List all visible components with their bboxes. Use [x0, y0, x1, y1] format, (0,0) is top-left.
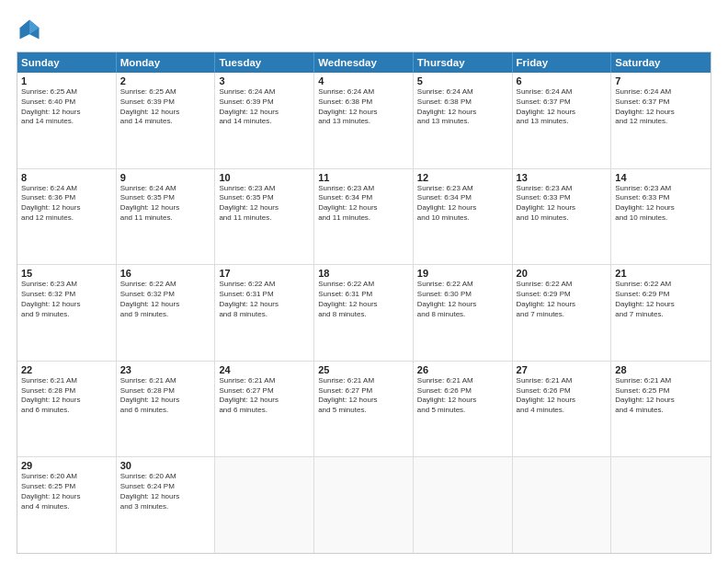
- cal-cell: 10Sunrise: 6:23 AMSunset: 6:35 PMDayligh…: [215, 169, 314, 265]
- day-number: 30: [120, 460, 211, 471]
- day-number: 19: [417, 268, 508, 279]
- cal-header-cell: Saturday: [611, 52, 711, 73]
- cal-header-cell: Monday: [117, 52, 216, 73]
- logo-icon: [17, 17, 42, 42]
- day-info: Sunrise: 6:22 AMSunset: 6:31 PMDaylight:…: [318, 280, 409, 319]
- day-number: 16: [120, 268, 211, 279]
- day-info: Sunrise: 6:23 AMSunset: 6:35 PMDaylight:…: [219, 184, 310, 224]
- day-info: Sunrise: 6:24 AMSunset: 6:37 PMDaylight:…: [615, 87, 707, 127]
- cal-cell: 22Sunrise: 6:21 AMSunset: 6:28 PMDayligh…: [17, 362, 117, 457]
- calendar-header-row: SundayMondayTuesdayWednesdayThursdayFrid…: [17, 52, 711, 73]
- day-info: Sunrise: 6:22 AMSunset: 6:29 PMDaylight:…: [517, 280, 608, 319]
- cal-cell: 6Sunrise: 6:24 AMSunset: 6:37 PMDaylight…: [513, 73, 612, 168]
- day-info: Sunrise: 6:24 AMSunset: 6:35 PMDaylight:…: [120, 184, 211, 224]
- day-number: 9: [120, 172, 211, 183]
- cal-cell: 30Sunrise: 6:20 AMSunset: 6:24 PMDayligh…: [117, 457, 216, 553]
- cal-cell: 28Sunrise: 6:21 AMSunset: 6:25 PMDayligh…: [611, 362, 711, 457]
- day-info: Sunrise: 6:24 AMSunset: 6:39 PMDaylight:…: [219, 87, 310, 127]
- cal-cell: 20Sunrise: 6:22 AMSunset: 6:29 PMDayligh…: [513, 265, 612, 361]
- day-info: Sunrise: 6:22 AMSunset: 6:30 PMDaylight:…: [417, 280, 508, 319]
- day-number: 1: [21, 75, 112, 86]
- cal-cell: [215, 457, 314, 553]
- cal-cell: 15Sunrise: 6:23 AMSunset: 6:32 PMDayligh…: [17, 265, 117, 361]
- cal-week: 29Sunrise: 6:20 AMSunset: 6:25 PMDayligh…: [17, 457, 711, 553]
- day-info: Sunrise: 6:23 AMSunset: 6:33 PMDaylight:…: [615, 184, 707, 224]
- page: SundayMondayTuesdayWednesdayThursdayFrid…: [0, 0, 728, 563]
- day-number: 7: [615, 75, 707, 86]
- day-number: 18: [318, 268, 409, 279]
- cal-cell: [611, 457, 711, 553]
- day-number: 27: [517, 364, 608, 375]
- day-number: 14: [615, 172, 707, 183]
- day-number: 4: [318, 75, 409, 86]
- day-number: 6: [517, 75, 608, 86]
- cal-cell: 25Sunrise: 6:21 AMSunset: 6:27 PMDayligh…: [314, 362, 414, 457]
- day-number: 25: [318, 364, 409, 375]
- day-number: 15: [21, 268, 112, 279]
- day-number: 11: [318, 172, 409, 183]
- cal-header-cell: Friday: [513, 52, 612, 73]
- day-number: 20: [517, 268, 608, 279]
- cal-cell: 16Sunrise: 6:22 AMSunset: 6:32 PMDayligh…: [117, 265, 216, 361]
- day-info: Sunrise: 6:23 AMSunset: 6:33 PMDaylight:…: [517, 184, 608, 224]
- cal-header-cell: Tuesday: [215, 52, 314, 73]
- cal-cell: 2Sunrise: 6:25 AMSunset: 6:39 PMDaylight…: [117, 73, 216, 168]
- day-number: 23: [120, 364, 211, 375]
- cal-cell: 18Sunrise: 6:22 AMSunset: 6:31 PMDayligh…: [314, 265, 414, 361]
- day-number: 26: [417, 364, 508, 375]
- day-number: 8: [21, 172, 112, 183]
- cal-cell: 8Sunrise: 6:24 AMSunset: 6:36 PMDaylight…: [17, 169, 117, 265]
- cal-cell: [513, 457, 612, 553]
- day-info: Sunrise: 6:24 AMSunset: 6:37 PMDaylight:…: [517, 87, 608, 127]
- day-number: 22: [21, 364, 112, 375]
- day-number: 17: [219, 268, 310, 279]
- day-info: Sunrise: 6:21 AMSunset: 6:25 PMDaylight:…: [615, 376, 707, 416]
- day-info: Sunrise: 6:20 AMSunset: 6:24 PMDaylight:…: [120, 472, 211, 511]
- cal-week: 1Sunrise: 6:25 AMSunset: 6:40 PMDaylight…: [17, 73, 711, 169]
- day-info: Sunrise: 6:25 AMSunset: 6:39 PMDaylight:…: [120, 87, 211, 127]
- cal-header-cell: Thursday: [414, 52, 513, 73]
- cal-week: 15Sunrise: 6:23 AMSunset: 6:32 PMDayligh…: [17, 265, 711, 362]
- calendar-body: 1Sunrise: 6:25 AMSunset: 6:40 PMDaylight…: [17, 73, 711, 553]
- cal-cell: 17Sunrise: 6:22 AMSunset: 6:31 PMDayligh…: [215, 265, 314, 361]
- calendar: SundayMondayTuesdayWednesdayThursdayFrid…: [17, 52, 711, 554]
- header: [17, 17, 711, 42]
- day-info: Sunrise: 6:25 AMSunset: 6:40 PMDaylight:…: [21, 87, 112, 127]
- cal-cell: 4Sunrise: 6:24 AMSunset: 6:38 PMDaylight…: [314, 73, 414, 168]
- cal-cell: 24Sunrise: 6:21 AMSunset: 6:27 PMDayligh…: [215, 362, 314, 457]
- day-number: 2: [120, 75, 211, 86]
- day-info: Sunrise: 6:20 AMSunset: 6:25 PMDaylight:…: [21, 472, 112, 511]
- cal-cell: 23Sunrise: 6:21 AMSunset: 6:28 PMDayligh…: [117, 362, 216, 457]
- cal-header-cell: Wednesday: [314, 52, 414, 73]
- day-info: Sunrise: 6:24 AMSunset: 6:36 PMDaylight:…: [21, 184, 112, 224]
- day-info: Sunrise: 6:21 AMSunset: 6:26 PMDaylight:…: [417, 376, 508, 416]
- day-number: 3: [219, 75, 310, 86]
- day-info: Sunrise: 6:22 AMSunset: 6:32 PMDaylight:…: [120, 280, 211, 319]
- day-info: Sunrise: 6:22 AMSunset: 6:31 PMDaylight:…: [219, 280, 310, 319]
- cal-cell: 5Sunrise: 6:24 AMSunset: 6:38 PMDaylight…: [414, 73, 513, 168]
- cal-cell: 13Sunrise: 6:23 AMSunset: 6:33 PMDayligh…: [513, 169, 612, 265]
- cal-cell: 7Sunrise: 6:24 AMSunset: 6:37 PMDaylight…: [611, 73, 711, 168]
- cal-cell: 12Sunrise: 6:23 AMSunset: 6:34 PMDayligh…: [414, 169, 513, 265]
- day-info: Sunrise: 6:23 AMSunset: 6:34 PMDaylight:…: [417, 184, 508, 224]
- day-number: 29: [21, 460, 112, 471]
- cal-cell: 27Sunrise: 6:21 AMSunset: 6:26 PMDayligh…: [513, 362, 612, 457]
- day-info: Sunrise: 6:24 AMSunset: 6:38 PMDaylight:…: [417, 87, 508, 127]
- day-info: Sunrise: 6:21 AMSunset: 6:26 PMDaylight:…: [517, 376, 608, 416]
- cal-header-cell: Sunday: [17, 52, 117, 73]
- cal-cell: 19Sunrise: 6:22 AMSunset: 6:30 PMDayligh…: [414, 265, 513, 361]
- day-info: Sunrise: 6:21 AMSunset: 6:28 PMDaylight:…: [120, 376, 211, 416]
- cal-cell: [314, 457, 414, 553]
- day-number: 5: [417, 75, 508, 86]
- cal-cell: 14Sunrise: 6:23 AMSunset: 6:33 PMDayligh…: [611, 169, 711, 265]
- cal-week: 22Sunrise: 6:21 AMSunset: 6:28 PMDayligh…: [17, 362, 711, 458]
- cal-cell: 21Sunrise: 6:22 AMSunset: 6:29 PMDayligh…: [611, 265, 711, 361]
- day-number: 28: [615, 364, 707, 375]
- cal-cell: 1Sunrise: 6:25 AMSunset: 6:40 PMDaylight…: [17, 73, 117, 168]
- cal-cell: 9Sunrise: 6:24 AMSunset: 6:35 PMDaylight…: [117, 169, 216, 265]
- day-info: Sunrise: 6:21 AMSunset: 6:27 PMDaylight:…: [318, 376, 409, 416]
- day-info: Sunrise: 6:24 AMSunset: 6:38 PMDaylight:…: [318, 87, 409, 127]
- cal-cell: [414, 457, 513, 553]
- day-info: Sunrise: 6:22 AMSunset: 6:29 PMDaylight:…: [615, 280, 707, 319]
- logo: [17, 17, 46, 42]
